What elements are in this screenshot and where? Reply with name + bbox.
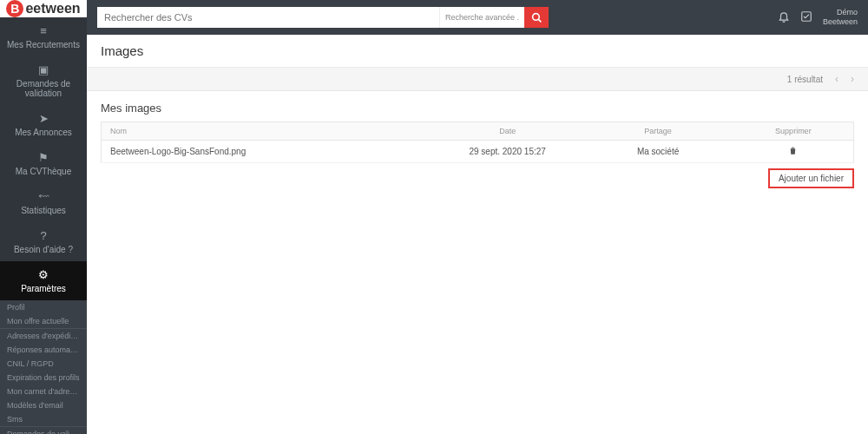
search-wrap: Recherche avancée . (97, 7, 549, 28)
sub-expiration-profils[interactable]: Expiration des profils (0, 371, 87, 385)
cell-partage: Ma société (582, 141, 733, 163)
user-line2: Beetween (823, 17, 858, 27)
content: Mes images Nom Date Partage Supprimer Be… (87, 91, 868, 199)
nav-demandes-validation[interactable]: ▣Demandes de validation (0, 56, 87, 105)
result-count: 1 résultat (787, 75, 823, 84)
nav-label: Besoin d'aide ? (14, 245, 73, 254)
col-date: Date (432, 122, 582, 141)
brand-logo-mark: B (6, 0, 23, 17)
sub-adresses-expedition[interactable]: Adresses d'expédition (0, 329, 87, 343)
menu-icon: ≡ (3, 24, 83, 37)
sub-profil[interactable]: Profil (0, 300, 87, 314)
svg-point-0 (532, 13, 539, 20)
nav-label: Mes Recrutements (7, 40, 80, 49)
next-page[interactable]: › (851, 73, 854, 85)
col-supprimer: Supprimer (733, 122, 854, 141)
topbar-right: Démo Beetween (778, 8, 858, 27)
subnav: Profil Mon offre actuelle Adresses d'exp… (0, 300, 87, 434)
sub-sms[interactable]: Sms (0, 412, 87, 426)
nav-label: Demandes de validation (16, 79, 70, 98)
sub-offre-actuelle[interactable]: Mon offre actuelle (0, 314, 87, 328)
nav-annonces[interactable]: ➤Mes Annonces (0, 105, 87, 144)
sub-demandes-validation[interactable]: Demandes de validation (0, 427, 87, 434)
sidebar: Beetween ≡Mes Recrutements ▣Demandes de … (0, 0, 87, 434)
cell-date: 29 sept. 2020 15:27 (432, 141, 582, 163)
sub-cnil-rgpd[interactable]: CNIL / RGPD (0, 357, 87, 371)
briefcase-icon: ▣ (3, 63, 83, 76)
trash-icon[interactable] (788, 148, 798, 157)
page-title: Images (87, 35, 868, 68)
brand-text: eetween (25, 1, 80, 16)
nav-label: Statistiques (21, 206, 66, 215)
search-button[interactable] (524, 7, 549, 28)
add-wrap: Ajouter un fichier (101, 168, 854, 188)
svg-line-1 (538, 19, 541, 22)
section-title: Mes images (101, 102, 854, 115)
nav-label: Mes Annonces (15, 128, 72, 137)
col-partage: Partage (582, 122, 733, 141)
sub-reponses-auto[interactable]: Réponses automatiques (0, 343, 87, 357)
user-block[interactable]: Démo Beetween (823, 8, 858, 27)
nav-recrutements[interactable]: ≡Mes Recrutements (0, 17, 87, 56)
bell-icon[interactable] (778, 10, 790, 25)
help-icon: ? (3, 229, 83, 242)
brand-logo: Beetween (0, 0, 87, 17)
nav-statistiques[interactable]: ⬳Statistiques (0, 183, 87, 222)
advanced-search-link[interactable]: Recherche avancée . (439, 7, 524, 28)
col-nom: Nom (102, 122, 432, 141)
images-table: Nom Date Partage Supprimer Beetween-Logo… (101, 122, 854, 163)
nav-cvtheque[interactable]: ⚑Ma CVThèque (0, 144, 87, 183)
gear-icon: ⚙ (3, 268, 83, 281)
add-file-button[interactable]: Ajouter un fichier (768, 168, 854, 188)
check-icon[interactable] (800, 10, 812, 25)
main: Recherche avancée . Démo Beetween Images (87, 0, 868, 434)
nav-parametres[interactable]: ⚙Paramètres (0, 261, 87, 300)
send-icon: ➤ (3, 112, 83, 125)
people-icon: ⚑ (3, 151, 83, 164)
topbar: Recherche avancée . Démo Beetween (87, 0, 868, 35)
cell-name: Beetween-Logo-Big-SansFond.png (102, 141, 432, 163)
user-line1: Démo (823, 8, 858, 17)
search-icon (531, 12, 542, 23)
sub-modeles-email[interactable]: Modèles d'email (0, 398, 87, 412)
table-row: Beetween-Logo-Big-SansFond.png 29 sept. … (102, 141, 854, 163)
nav-aide[interactable]: ?Besoin d'aide ? (0, 222, 87, 261)
prev-page[interactable]: ‹ (835, 73, 838, 85)
results-toolbar: 1 résultat ‹ › (87, 68, 868, 91)
sub-carnet-adresses[interactable]: Mon carnet d'adresses (0, 385, 87, 398)
nav-label: Ma CVThèque (16, 167, 71, 176)
nav-label: Paramètres (21, 284, 66, 293)
chart-icon: ⬳ (3, 190, 83, 203)
search-input[interactable] (97, 7, 439, 28)
